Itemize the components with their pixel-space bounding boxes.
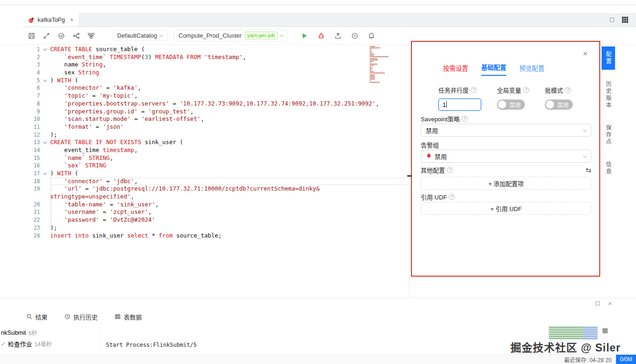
sidebar-tab-savepoint[interactable]: 保存点 <box>602 120 615 150</box>
alert-button[interactable] <box>366 30 377 41</box>
code-text[interactable]: 'properties.bootstrap.servers' = '10.177… <box>50 100 409 108</box>
code-line[interactable]: 19 'url' = 'jdbc:postgresql://10.177.32.… <box>18 185 409 193</box>
code-line[interactable]: 17) WITH ( <box>18 170 409 178</box>
code-text[interactable]: 'connector' = 'jdbc', <box>50 178 409 185</box>
global-variable-toggle[interactable]: 禁用 <box>497 99 525 110</box>
code-line[interactable]: 10 'scan.startup.mode' = 'earliest-offse… <box>18 115 409 123</box>
code-text[interactable]: 'scan.startup.mode' = 'earliest-offset', <box>50 115 409 123</box>
tab-table-data[interactable]: 表数据 <box>114 312 142 321</box>
code-text[interactable]: name String, <box>50 61 409 69</box>
fold-chevron-icon[interactable] <box>42 77 49 85</box>
fold-chevron-icon[interactable] <box>42 139 49 146</box>
save-button[interactable] <box>26 30 37 41</box>
quick-setting-link[interactable]: 按需设置 <box>443 63 468 76</box>
sidebar-tab-config[interactable]: 配置 <box>602 46 615 70</box>
code-text[interactable]: ) WITH ( <box>50 170 409 178</box>
dag-button[interactable] <box>86 30 97 41</box>
process-step-flinksubmit[interactable]: nkSubmit 6秒 <box>0 327 100 338</box>
code-text[interactable]: `name` STRING, <box>50 154 409 162</box>
panel-layout-icon[interactable] <box>610 18 614 22</box>
catalog-select[interactable]: DefaultCatalog <box>113 30 167 41</box>
help-icon[interactable] <box>523 87 529 93</box>
code-line[interactable]: 24insert into sink_user select * from so… <box>18 232 409 240</box>
code-text[interactable]: 'url' = 'jdbc:postgresql://10.177.32.71:… <box>50 185 409 193</box>
close-config-icon[interactable]: × <box>583 49 588 59</box>
help-icon[interactable] <box>462 116 468 122</box>
check-sql-button[interactable] <box>56 30 67 41</box>
help-icon[interactable] <box>447 167 453 173</box>
cluster-select[interactable]: Compute_Prod_Cluster yarn-per-job <box>174 30 288 41</box>
tab-preview-config[interactable]: 预览配置 <box>519 63 544 76</box>
help-icon[interactable] <box>449 194 455 200</box>
code-text[interactable]: 'table-name' = 'sink_user', <box>50 201 409 209</box>
lineage-button[interactable] <box>71 30 82 41</box>
code-line[interactable]: 6 'connector' = 'kafka', <box>18 84 409 92</box>
code-line[interactable]: 20 'table-name' = 'sink_user', <box>18 201 409 209</box>
stop-button[interactable] <box>603 328 608 333</box>
tab-close-icon[interactable]: × <box>70 16 73 23</box>
code-line[interactable]: 7 'topic' = 'my-topic', <box>18 92 409 100</box>
alert-group-select[interactable]: 禁用 <box>421 150 591 163</box>
code-line[interactable]: 11 'format' = 'json' <box>18 123 409 131</box>
code-line[interactable]: 8 'properties.bootstrap.servers' = '10.1… <box>18 100 409 108</box>
code-text[interactable]: CREATE TABLE IF NOT EXISTS sink_user ( <box>50 139 409 146</box>
code-text[interactable]: ); <box>50 224 409 232</box>
add-udf-button[interactable]: + 引用 UDF <box>421 202 591 215</box>
run-button[interactable] <box>299 30 310 41</box>
sql-editor[interactable]: 1CREATE TABLE source_table (2 `event_tim… <box>18 45 409 298</box>
fold-chevron-icon[interactable] <box>42 46 49 53</box>
code-line[interactable]: 14 event_time timestamp, <box>18 146 409 154</box>
tab-result[interactable]: 结果 <box>26 312 47 321</box>
code-line[interactable]: 22 'password' = 'DvtZc@#2024' <box>18 216 409 224</box>
code-text[interactable]: ); <box>50 131 409 139</box>
code-line[interactable]: 9 'properties.group.id' = 'group_test', <box>18 108 409 116</box>
checkpoint-button[interactable] <box>349 30 360 41</box>
code-line[interactable]: 12); <box>18 131 409 139</box>
code-line[interactable]: 1CREATE TABLE source_table ( <box>18 46 409 53</box>
process-step-check-job[interactable]: ✓ 检查作业 14毫秒 <box>0 338 100 350</box>
fold-chevron-icon[interactable] <box>42 170 49 178</box>
help-icon[interactable] <box>470 87 477 93</box>
code-text[interactable]: event_time timestamp, <box>50 146 409 154</box>
code-text[interactable]: 'password' = 'DvtZc@#2024' <box>50 216 409 224</box>
code-text[interactable]: 'username' = 'zcpt_user', <box>50 208 409 216</box>
parallelism-input[interactable]: 1 <box>438 99 481 111</box>
code-text[interactable]: `event_time` TIMESTAMP(3) METADATA FROM … <box>50 53 409 61</box>
code-line[interactable]: 3 name String, <box>18 61 409 69</box>
tab-kafkatopg[interactable]: kafkaToPg × <box>22 13 80 26</box>
code-line[interactable]: 16 `sex` STRING <box>18 162 409 170</box>
savepoint-strategy-select[interactable]: 禁用 <box>421 124 591 137</box>
code-text[interactable]: 'format' = 'json' <box>50 123 409 131</box>
code-text[interactable]: 'properties.group.id' = 'group_test', <box>50 108 409 116</box>
tab-execution-history[interactable]: 执行历史 <box>64 312 98 321</box>
add-config-item-button[interactable]: + 添加配置项 <box>421 177 591 190</box>
code-text[interactable]: stringtype=unspecified', <box>50 193 409 201</box>
code-line[interactable]: 21 'username' = 'zcpt_user', <box>18 208 409 216</box>
close-bottom-panel-icon[interactable] <box>608 300 612 307</box>
help-icon[interactable] <box>565 87 571 93</box>
code-line[interactable]: 18 'connector' = 'jdbc', <box>18 178 409 185</box>
code-line[interactable]: 15 `name` STRING, <box>18 154 409 162</box>
debug-button[interactable] <box>316 30 327 41</box>
tab-basic-config[interactable]: 基础配置 <box>481 62 506 76</box>
code-text[interactable]: sex String <box>50 69 409 77</box>
maximize-bottom-panel-icon[interactable] <box>596 301 600 305</box>
batch-mode-toggle[interactable]: 禁用 <box>545 99 573 110</box>
code-line[interactable]: stringtype=unspecified', <box>18 193 409 201</box>
code-line[interactable]: 13CREATE TABLE IF NOT EXISTS sink_user ( <box>18 139 409 146</box>
code-text[interactable]: `sex` STRING <box>50 162 409 170</box>
editor-minimap[interactable] <box>370 46 390 83</box>
code-text[interactable]: 'connector' = 'kafka', <box>50 84 409 92</box>
grid-menu-icon[interactable] <box>622 16 629 23</box>
sidebar-tab-info[interactable]: 信息 <box>602 157 615 180</box>
code-line[interactable]: 2 `event_time` TIMESTAMP(3) METADATA FRO… <box>18 53 409 61</box>
code-text[interactable]: insert into sink_user select * from sour… <box>50 232 409 240</box>
code-line[interactable]: 4 sex String <box>18 69 409 77</box>
format-button[interactable] <box>41 30 52 41</box>
code-text[interactable]: 'topic' = 'my-topic', <box>50 92 409 100</box>
code-text[interactable]: ) WITH ( <box>50 77 409 85</box>
code-line[interactable]: 23); <box>18 224 409 232</box>
code-line[interactable]: 5) WITH ( <box>18 77 409 85</box>
publish-button[interactable] <box>332 30 344 41</box>
swap-icon[interactable]: ⇆ <box>585 166 591 174</box>
